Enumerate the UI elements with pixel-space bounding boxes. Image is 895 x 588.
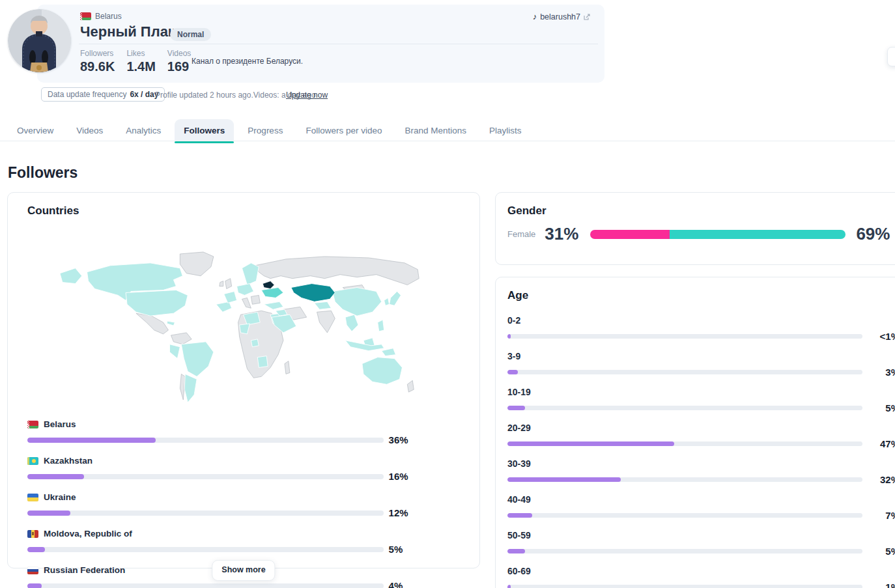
age-bar-fill (507, 334, 511, 339)
profile-country-label: Belarus (95, 12, 122, 21)
tab-bar: Overview Videos Analytics Followers Prog… (8, 119, 895, 143)
age-card: Age 0-2 <1% 3-9 3% (495, 277, 895, 588)
age-pct: <1% (872, 331, 895, 342)
age-pct: 7% (872, 510, 895, 521)
age-bar-fill (507, 441, 674, 446)
country-name: Belarus (44, 419, 76, 429)
map-kazakhstan (291, 284, 335, 302)
gender-bar-female (590, 230, 670, 239)
age-bar-fill (507, 585, 511, 588)
country-bar-fill (27, 583, 42, 588)
header-divider (79, 44, 598, 44)
country-bar-track (27, 547, 384, 552)
age-bar-track (507, 406, 862, 410)
tab-overview[interactable]: Overview (8, 119, 63, 143)
gender-row: Female 31% 69% Male (507, 224, 895, 244)
country-row-moldova: Moldova, Republic of 5% (27, 529, 418, 555)
age-row-3-9: 3-9 3% (507, 351, 895, 378)
countries-title: Countries (27, 204, 79, 217)
show-more-button[interactable]: Show more (212, 560, 275, 581)
age-row-20-29: 20-29 47% (507, 423, 895, 449)
tab-analytics[interactable]: Analytics (117, 119, 170, 143)
age-bar-fill (507, 549, 525, 553)
country-name: Russian Federation (44, 565, 125, 575)
handle-text: belarushh7 (540, 12, 580, 21)
profile-stats: Followers 89.6K Likes 1.4M Videos 169 (80, 49, 192, 74)
profile-name: Черный Плащ (80, 23, 180, 40)
country-row-ukraine: Ukraine 12% (27, 492, 418, 518)
update-now-link[interactable]: Update now (286, 91, 328, 100)
age-bar-track (507, 549, 862, 553)
age-row-50-59: 50-59 5% (507, 530, 895, 557)
belarus-flag-icon (80, 12, 91, 20)
age-bar-fill (507, 477, 621, 482)
world-choropleth-map[interactable] (53, 250, 434, 405)
ukraine-flag-icon (27, 494, 38, 501)
stat-videos: Videos 169 (167, 49, 192, 74)
country-bar-fill (27, 474, 84, 479)
age-bar-track (507, 370, 862, 374)
age-bar-track (507, 585, 862, 588)
age-title: Age (507, 289, 895, 302)
tab-followers-per-video[interactable]: Followers per video (296, 119, 391, 143)
age-bar-track (507, 334, 862, 339)
floating-side-widget[interactable] (887, 47, 895, 66)
country-bar-fill (27, 511, 70, 516)
analytics-followers-page: Belarus Черный Плащ Normal Followers 89.… (0, 0, 895, 588)
country-bar-track (27, 474, 384, 479)
age-pct: 5% (872, 402, 895, 413)
age-row-60-69: 60-69 1% (507, 566, 895, 588)
moldova-flag-icon (27, 530, 38, 538)
age-pct: 47% (872, 438, 895, 449)
external-link-icon (584, 14, 590, 20)
country-row-kazakhstan: Kazakhstan 16% (27, 456, 418, 482)
tab-brand-mentions[interactable]: Brand Mentions (395, 119, 476, 143)
tiktok-icon: ♪ (533, 12, 537, 21)
map-belarus (263, 281, 274, 289)
status-badge: Normal (170, 28, 211, 41)
female-pct: 31% (545, 224, 578, 244)
age-bar-fill (507, 513, 532, 518)
gender-bar (590, 230, 845, 239)
gender-title: Gender (507, 204, 547, 217)
gender-bar-male (670, 230, 845, 239)
tab-followers[interactable]: Followers (175, 119, 234, 143)
country-bar-track (27, 438, 384, 443)
country-pct: 12% (389, 507, 418, 518)
data-update-frequency-pill[interactable]: Data update frequency 6x / day (41, 87, 165, 102)
age-bar-fill (507, 370, 518, 374)
tab-videos[interactable]: Videos (67, 119, 112, 143)
age-bar-track (507, 441, 862, 446)
tab-progress[interactable]: Progress (238, 119, 292, 143)
country-pct: 16% (389, 471, 418, 482)
profile-description: Канал о президенте Беларуси. (192, 57, 303, 66)
kazakhstan-flag-icon (27, 457, 38, 465)
age-bar-fill (507, 406, 525, 410)
age-pct: 32% (872, 474, 895, 485)
age-rows: 0-2 <1% 3-9 3% 10-19 (507, 315, 895, 588)
age-pct: 5% (872, 546, 895, 557)
stat-likes: Likes 1.4M (126, 49, 155, 74)
tab-playlists[interactable]: Playlists (480, 119, 531, 143)
profile-header-card: Belarus Черный Плащ Normal Followers 89.… (37, 5, 604, 83)
age-row-40-49: 40-49 7% (507, 494, 895, 521)
country-name: Moldova, Republic of (44, 529, 132, 539)
stat-followers: Followers 89.6K (80, 49, 115, 74)
country-pct: 36% (389, 434, 418, 445)
tiktok-handle-link[interactable]: ♪ belarushh7 (533, 12, 590, 21)
country-row-belarus: Belarus 36% (27, 419, 418, 445)
age-row-30-39: 30-39 32% (507, 458, 895, 485)
country-pct: 4% (389, 580, 418, 588)
age-row-0-2: 0-2 <1% (507, 315, 895, 342)
country-bar-track (27, 511, 384, 516)
country-pct: 5% (389, 544, 418, 555)
belarus-flag-icon (27, 421, 38, 428)
age-pct: 1% (872, 581, 895, 588)
country-bar-fill (27, 547, 45, 552)
age-bar-track (507, 513, 862, 518)
male-pct: 69% (856, 224, 890, 244)
country-name: Ukraine (44, 492, 76, 502)
avatar (8, 9, 71, 72)
gender-card: Gender Female 31% 69% Male (495, 192, 895, 265)
age-bar-track (507, 477, 862, 482)
